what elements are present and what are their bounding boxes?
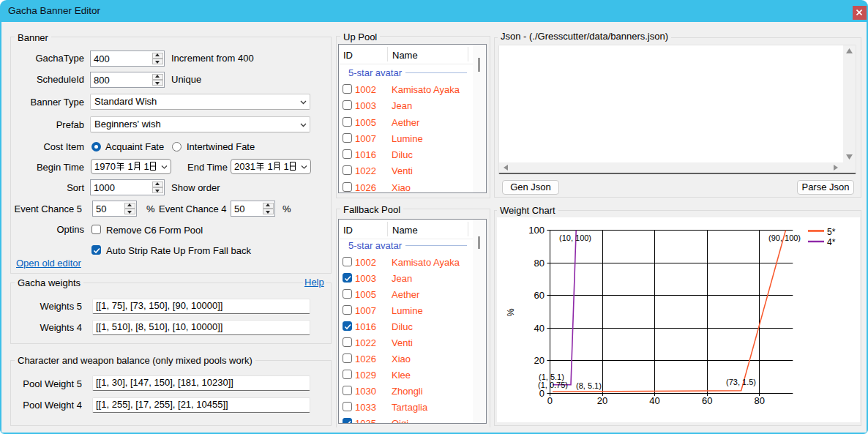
svg-text:4*: 4*: [827, 237, 836, 247]
svg-text:20: 20: [597, 395, 607, 406]
svg-text:5*: 5*: [827, 227, 836, 237]
svg-text:(10, 100): (10, 100): [559, 233, 591, 242]
svg-text:(8, 5.1): (8, 5.1): [576, 381, 602, 390]
svg-text:(1, 0.75): (1, 0.75): [538, 381, 568, 389]
svg-text:(73, 1.5): (73, 1.5): [726, 378, 756, 386]
svg-text:%: %: [506, 308, 516, 316]
svg-text:40: 40: [534, 323, 545, 334]
svg-text:80: 80: [534, 258, 545, 269]
svg-text:(90, 100): (90, 100): [768, 233, 801, 242]
svg-text:20: 20: [534, 355, 545, 366]
svg-text:60: 60: [702, 395, 712, 406]
svg-text:100: 100: [528, 225, 545, 236]
svg-text:40: 40: [649, 395, 659, 406]
svg-text:80: 80: [754, 395, 764, 406]
svg-text:60: 60: [534, 290, 545, 301]
svg-text:0: 0: [547, 395, 553, 406]
